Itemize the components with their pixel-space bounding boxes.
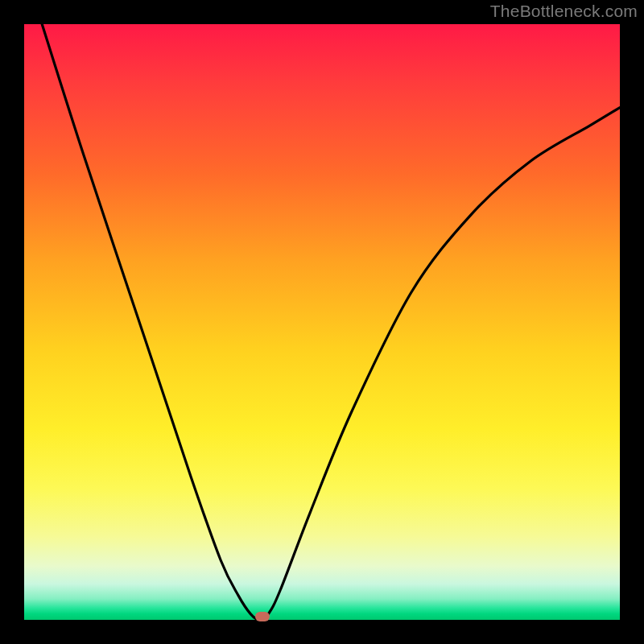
watermark-label: TheBottleneck.com: [490, 2, 638, 21]
bottleneck-curve: [24, 24, 620, 620]
minimum-marker: [255, 612, 270, 621]
plot-area: [24, 24, 620, 620]
chart-frame: TheBottleneck.com: [0, 0, 644, 644]
